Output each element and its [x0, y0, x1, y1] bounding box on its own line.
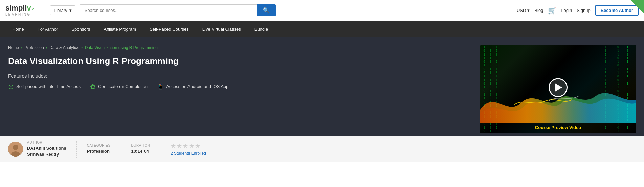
author-name-line2: Srinivas Reddy — [27, 151, 66, 158]
breadcrumb-profession[interactable]: Profession — [25, 45, 44, 50]
nav-item-self-paced[interactable]: Self-Paced Courses — [143, 21, 196, 37]
author-avatar — [8, 142, 23, 157]
logo[interactable]: simpliv✓ LEARNING — [5, 4, 46, 16]
nav-item-live-virtual[interactable]: Live Virtual Classes — [196, 21, 248, 37]
breadcrumb: Home ● Profession ● Data & Analytics ● D… — [8, 45, 473, 50]
become-author-button[interactable]: Become Author — [595, 5, 639, 16]
hero-section: Home ● Profession ● Data & Analytics ● D… — [0, 37, 644, 136]
rating-section: ★ ★ ★ ★ ★ 2 Students Enrolled — [171, 142, 216, 156]
nav-item-for-author[interactable]: For Author — [31, 21, 65, 37]
duration-label: DURATION — [131, 144, 150, 147]
star-3: ★ — [183, 142, 188, 150]
course-title: Data Visualization Using R Programming — [8, 56, 473, 67]
star-1: ★ — [171, 142, 176, 150]
nav-item-home[interactable]: Home — [5, 21, 31, 37]
search-button[interactable]: 🔍 — [257, 4, 276, 16]
course-meta-bar: AUTHOR DATAhill Solutions Srinivas Reddy… — [0, 136, 644, 162]
library-dropdown[interactable]: Library ▾ — [50, 5, 75, 15]
self-paced-icon: ⊙ — [8, 83, 14, 91]
certificate-icon: ✿ — [90, 83, 96, 91]
breadcrumb-dot: ● — [81, 46, 83, 49]
hero-content: Home ● Profession ● Data & Analytics ● D… — [8, 45, 473, 136]
categories-label: CATEGORIES — [87, 144, 111, 147]
avatar-image — [8, 142, 23, 157]
breadcrumb-current: Data Visualization using R Programming — [85, 45, 158, 50]
feature-certificate-label: Certificate on Completion — [98, 84, 148, 89]
feature-self-paced-label: Self-paced with Life Time Access — [16, 84, 81, 89]
feature-certificate: ✿ Certificate on Completion — [90, 83, 148, 91]
star-4: ★ — [189, 142, 194, 150]
nav-item-sponsors[interactable]: Sponsors — [65, 21, 97, 37]
mobile-icon: 📱 — [157, 83, 164, 90]
categories-info: CATEGORIES Profession — [87, 144, 111, 154]
top-navigation: simpliv✓ LEARNING Library ▾ 🔍 USD ▾ Blog… — [0, 0, 644, 21]
nav-item-bundle[interactable]: Bundle — [248, 21, 275, 37]
course-preview-label: Course Preview Video — [480, 125, 636, 130]
top-nav-right: USD ▾ Blog 🛒 Login Signup Become Author — [517, 5, 639, 16]
features-list: ⊙ Self-paced with Life Time Access ✿ Cer… — [8, 83, 473, 91]
course-video-thumbnail[interactable]: 101101001101011010110010110100 010110110… — [480, 45, 636, 133]
feature-mobile: 📱 Access on Android and iOS App — [157, 83, 228, 90]
enrolled-count: 2 Students Enrolled — [171, 151, 206, 156]
star-5: ★ — [195, 142, 200, 150]
blog-link[interactable]: Blog — [534, 8, 543, 13]
author-label: AUTHOR — [27, 141, 66, 144]
logo-sub: LEARNING — [5, 13, 35, 16]
feature-self-paced: ⊙ Self-paced with Life Time Access — [8, 83, 81, 91]
search-bar: 🔍 — [80, 4, 276, 16]
duration-info: DURATION 10:14:04 — [131, 144, 150, 154]
breadcrumb-data-analytics[interactable]: Data & Analytics — [49, 45, 79, 50]
categories-value: Profession — [87, 148, 111, 154]
login-link[interactable]: Login — [561, 8, 572, 13]
signup-link[interactable]: Signup — [577, 8, 590, 13]
search-icon: 🔍 — [263, 7, 270, 13]
star-2: ★ — [177, 142, 182, 150]
breadcrumb-home[interactable]: Home — [8, 45, 19, 50]
duration-section: DURATION 10:14:04 — [131, 144, 160, 154]
currency-selector[interactable]: USD ▾ — [517, 8, 530, 13]
author-section: AUTHOR DATAhill Solutions Srinivas Reddy — [8, 141, 77, 158]
main-navigation: Home For Author Sponsors Affiliate Progr… — [0, 21, 644, 37]
features-label: Features Includes: — [8, 73, 473, 79]
rating-info: ★ ★ ★ ★ ★ 2 Students Enrolled — [171, 142, 206, 156]
breadcrumb-dot: ● — [21, 46, 23, 49]
categories-section: CATEGORIES Profession — [87, 144, 121, 154]
play-button[interactable] — [549, 78, 568, 97]
play-icon — [555, 83, 562, 91]
chevron-down-icon: ▾ — [69, 8, 72, 13]
duration-value: 10:14:04 — [131, 148, 150, 154]
breadcrumb-dot: ● — [46, 46, 48, 49]
feature-mobile-label: Access on Android and iOS App — [166, 84, 228, 89]
author-name-line1: DATAhill Solutions — [27, 145, 66, 151]
svg-point-1 — [13, 145, 18, 150]
chevron-down-icon: ▾ — [527, 8, 530, 13]
logo-text: simpliv✓ — [5, 4, 35, 12]
cart-icon[interactable]: 🛒 — [548, 6, 556, 15]
star-rating: ★ ★ ★ ★ ★ — [171, 142, 206, 150]
author-info: AUTHOR DATAhill Solutions Srinivas Reddy — [27, 141, 66, 158]
search-input[interactable] — [80, 4, 257, 16]
nav-item-affiliate[interactable]: Affiliate Program — [97, 21, 143, 37]
